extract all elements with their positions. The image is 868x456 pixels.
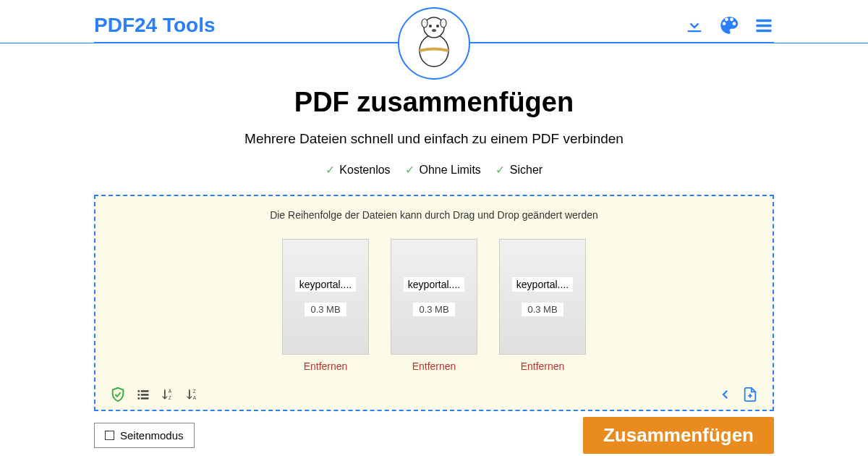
remove-button[interactable]: Entfernen	[412, 360, 456, 372]
feature-secure: Sicher	[510, 164, 542, 176]
svg-point-2	[429, 25, 432, 28]
file-size: 0.3 MB	[413, 303, 454, 316]
file-name: keyportal....	[295, 277, 356, 292]
svg-rect-7	[138, 390, 140, 392]
svg-point-4	[432, 29, 436, 32]
svg-point-6	[441, 19, 446, 28]
file-size: 0.3 MB	[305, 303, 346, 316]
file-thumbnail[interactable]: keyportal.... 0.3 MB	[391, 239, 477, 355]
feature-free: Kostenlos	[339, 164, 390, 176]
sort-za-icon[interactable]: ZA	[185, 387, 200, 402]
check-icon: ✓	[326, 164, 335, 176]
page-mode-label: Seitenmodus	[120, 429, 184, 442]
feature-list: ✓ Kostenlos ✓ Ohne Limits ✓ Sicher	[94, 163, 774, 177]
svg-text:A: A	[169, 389, 172, 394]
svg-rect-10	[141, 394, 149, 396]
sort-az-icon[interactable]: AZ	[161, 387, 175, 402]
checkbox-icon	[105, 431, 114, 440]
download-icon[interactable]	[684, 15, 705, 35]
add-file-icon[interactable]	[742, 387, 758, 402]
svg-point-5	[422, 19, 427, 28]
brand-logo[interactable]: PDF24 Tools	[94, 14, 216, 37]
file-thumbnail[interactable]: keyportal.... 0.3 MB	[282, 239, 369, 355]
chevron-left-icon[interactable]	[719, 388, 732, 401]
check-icon: ✓	[405, 164, 414, 176]
file-size: 0.3 MB	[522, 303, 563, 316]
svg-rect-12	[141, 397, 149, 400]
svg-rect-9	[138, 394, 140, 396]
file-thumbnail[interactable]: keyportal.... 0.3 MB	[499, 239, 586, 355]
file-dropzone[interactable]: Die Reihenfolge der Dateien kann durch D…	[94, 195, 774, 411]
svg-text:A: A	[193, 395, 197, 400]
feature-nolimits: Ohne Limits	[419, 164, 480, 176]
page-mode-toggle[interactable]: Seitenmodus	[94, 423, 195, 448]
drop-hint: Die Reihenfolge der Dateien kann durch D…	[110, 209, 758, 221]
page-title: PDF zusammenfügen	[94, 87, 774, 118]
mascot-logo	[398, 7, 470, 80]
main-content: PDF zusammenfügen Mehrere Dateien schnel…	[0, 43, 868, 454]
svg-text:Z: Z	[193, 389, 196, 394]
menu-icon[interactable]	[754, 15, 774, 35]
palette-icon[interactable]	[719, 15, 739, 35]
remove-button[interactable]: Entfernen	[521, 360, 565, 372]
svg-text:Z: Z	[169, 395, 171, 400]
list-icon[interactable]	[136, 387, 150, 402]
dropzone-toolbar: AZ ZA	[110, 387, 758, 402]
svg-rect-8	[141, 390, 149, 392]
header-actions	[684, 15, 774, 35]
action-row: Seitenmodus Zusammenfügen	[94, 417, 774, 454]
file-item: keyportal.... 0.3 MB Entfernen	[391, 239, 477, 372]
file-name: keyportal....	[404, 277, 464, 292]
shield-icon[interactable]	[110, 387, 126, 402]
svg-rect-11	[138, 397, 140, 400]
file-name: keyportal....	[512, 277, 573, 292]
page-subtitle: Mehrere Dateien schnell und einfach zu e…	[94, 131, 774, 147]
svg-point-3	[436, 25, 439, 28]
remove-button[interactable]: Entfernen	[304, 360, 348, 372]
merge-button[interactable]: Zusammenfügen	[583, 417, 774, 454]
file-item: keyportal.... 0.3 MB Entfernen	[499, 239, 586, 372]
file-list: keyportal.... 0.3 MB Entfernen keyportal…	[110, 239, 758, 372]
check-icon: ✓	[495, 164, 505, 176]
file-item: keyportal.... 0.3 MB Entfernen	[282, 239, 369, 372]
